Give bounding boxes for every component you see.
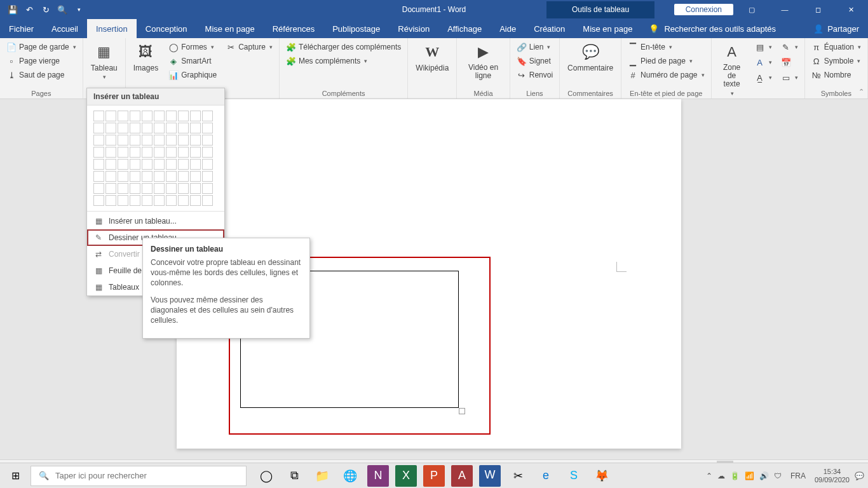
grid-cell[interactable] [154, 183, 165, 194]
chart-button[interactable]: 📊Graphique [166, 69, 219, 81]
grid-cell[interactable] [178, 135, 189, 146]
snip-icon[interactable]: ✂ [507, 465, 529, 487]
online-video-button[interactable]: ▶ Vidéo en ligne [461, 41, 505, 81]
save-icon[interactable]: 💾 [5, 2, 20, 17]
header-button[interactable]: ▔En-tête▾ [625, 41, 707, 53]
grid-cell[interactable] [130, 171, 140, 182]
task-view-icon[interactable]: ⧉ [283, 465, 305, 487]
language-indicator[interactable]: FRA [787, 471, 810, 480]
my-addins-button[interactable]: 🧩Mes compléments▾ [283, 55, 403, 67]
tab-mise-en-page[interactable]: Mise en page [196, 19, 264, 38]
grid-cell[interactable] [130, 147, 140, 158]
onenote-icon[interactable]: N [367, 465, 389, 487]
undo-icon[interactable]: ↶ [22, 2, 37, 17]
grid-cell[interactable] [118, 135, 128, 146]
grid-cell[interactable] [202, 135, 213, 146]
grid-cell[interactable] [190, 123, 201, 133]
table-size-grid[interactable] [87, 105, 224, 210]
grid-cell[interactable] [178, 183, 189, 194]
grid-cell[interactable] [190, 195, 201, 206]
signin-button[interactable]: Connexion [674, 4, 733, 15]
grid-cell[interactable] [190, 111, 201, 121]
symbol-button[interactable]: ΩSymbole▾ [809, 55, 864, 67]
grid-cell[interactable] [105, 135, 116, 146]
dropcap-button[interactable]: A̲▾ [752, 71, 775, 84]
get-addins-button[interactable]: 🧩Télécharger des compléments [283, 41, 403, 53]
grid-cell[interactable] [93, 135, 104, 146]
grid-cell[interactable] [105, 159, 116, 170]
tab-fichier[interactable]: Fichier [0, 19, 43, 38]
grid-cell[interactable] [166, 135, 177, 146]
excel-taskbar-icon[interactable]: X [395, 465, 417, 487]
tab-references[interactable]: Références [264, 19, 323, 38]
wifi-icon[interactable]: 📶 [745, 471, 754, 480]
crossref-button[interactable]: ↪Renvoi [514, 69, 555, 81]
battery-icon[interactable]: 🔋 [730, 471, 740, 480]
grid-cell[interactable] [190, 159, 201, 170]
blank-page-button[interactable]: ▫Page vierge [4, 55, 79, 67]
qat-more-icon[interactable]: ▾ [71, 2, 86, 17]
grid-cell[interactable] [202, 171, 213, 182]
wordart-button[interactable]: A▾ [752, 56, 775, 69]
grid-cell[interactable] [93, 111, 104, 121]
explorer-icon[interactable]: 📁 [311, 465, 333, 487]
grid-cell[interactable] [118, 195, 128, 206]
tab-mise-en-page-2[interactable]: Mise en page [574, 19, 641, 38]
grid-cell[interactable] [154, 147, 165, 158]
grid-cell[interactable] [118, 171, 128, 182]
tab-conception[interactable]: Conception [137, 19, 196, 38]
signature-button[interactable]: ✎▾ [778, 41, 801, 53]
object-button[interactable]: ▭▾ [778, 71, 801, 84]
grid-cell[interactable] [105, 171, 116, 182]
grid-cell[interactable] [178, 123, 189, 133]
grid-cell[interactable] [154, 171, 165, 182]
grid-cell[interactable] [166, 171, 177, 182]
security-icon[interactable]: 🛡 [774, 471, 782, 480]
grid-cell[interactable] [93, 195, 104, 206]
tray-chevron-icon[interactable]: ⌃ [706, 471, 712, 480]
grid-cell[interactable] [166, 147, 177, 158]
grid-cell[interactable] [202, 123, 213, 133]
number-button[interactable]: №Nombre [809, 69, 864, 81]
grid-cell[interactable] [130, 183, 140, 194]
grid-cell[interactable] [154, 135, 165, 146]
pagenum-button[interactable]: #Numéro de page▾ [625, 69, 707, 81]
grid-cell[interactable] [130, 123, 140, 133]
textbox-button[interactable]: A Zone de texte▾ [715, 41, 749, 98]
tab-insertion[interactable]: Insertion [87, 19, 137, 38]
quickparts-button[interactable]: ▤▾ [752, 41, 775, 53]
powerpoint-icon[interactable]: P [423, 465, 445, 487]
grid-cell[interactable] [93, 183, 104, 194]
grid-cell[interactable] [93, 171, 104, 182]
grid-cell[interactable] [93, 147, 104, 158]
tab-revision[interactable]: Révision [389, 19, 438, 38]
footer-button[interactable]: ▁Pied de page▾ [625, 55, 707, 67]
grid-cell[interactable] [93, 159, 104, 170]
close-icon[interactable]: ✕ [836, 0, 865, 19]
start-button[interactable]: ⊞ [0, 463, 31, 489]
grid-cell[interactable] [118, 147, 128, 158]
access-icon[interactable]: A [451, 465, 473, 487]
share-button[interactable]: 👤 Partager [804, 19, 868, 38]
grid-cell[interactable] [142, 123, 153, 133]
capture-button[interactable]: ✂Capture▾ [223, 41, 275, 53]
grid-cell[interactable] [142, 147, 153, 158]
grid-cell[interactable] [154, 159, 165, 170]
redo-icon[interactable]: ↻ [38, 2, 53, 17]
volume-icon[interactable]: 🔊 [759, 471, 769, 480]
onedrive-icon[interactable]: ☁ [717, 471, 725, 480]
bookmark-button[interactable]: 🔖Signet [514, 55, 555, 67]
grid-cell[interactable] [178, 111, 189, 121]
comment-button[interactable]: 💬 Commentaire [564, 41, 617, 74]
grid-cell[interactable] [142, 135, 153, 146]
tab-publipostage[interactable]: Publipostage [323, 19, 389, 38]
equation-button[interactable]: πÉquation▾ [809, 41, 864, 53]
grid-cell[interactable] [202, 147, 213, 158]
edge-icon[interactable]: e [535, 465, 557, 487]
grid-cell[interactable] [130, 111, 140, 121]
tab-creation[interactable]: Création [525, 19, 574, 38]
tab-affichage[interactable]: Affichage [438, 19, 491, 38]
minimize-icon[interactable]: — [770, 0, 799, 19]
grid-cell[interactable] [118, 183, 128, 194]
grid-cell[interactable] [190, 183, 201, 194]
